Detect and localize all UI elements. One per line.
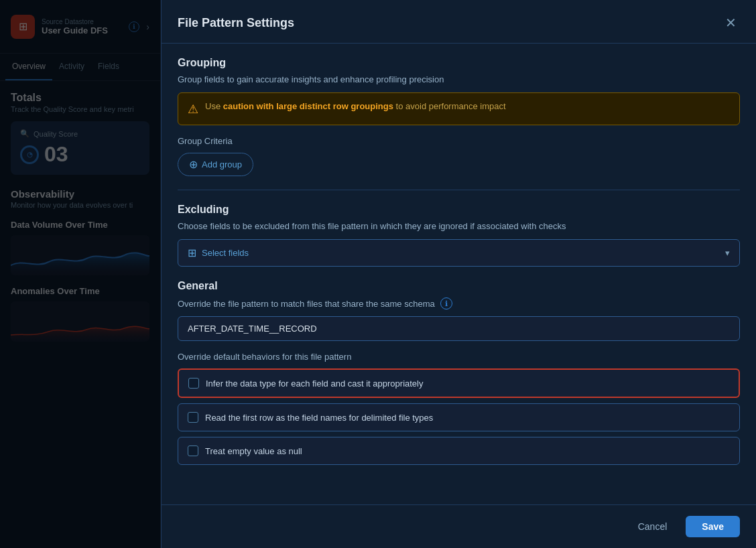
select-fields-dropdown[interactable]: ⊞ Select fields ▾ xyxy=(178,239,740,267)
group-criteria-label: Group Criteria xyxy=(178,136,740,146)
modal-footer: Cancel Save xyxy=(162,504,756,548)
info-circle-icon[interactable]: ℹ xyxy=(440,297,452,310)
cancel-button[interactable]: Cancel xyxy=(627,516,678,537)
add-group-label: Add group xyxy=(202,159,242,169)
grouping-section: Grouping Group fields to gain accurate i… xyxy=(178,57,740,176)
first-row-fieldnames-checkbox-item[interactable]: Read the first row as the field names fo… xyxy=(178,403,740,431)
override-schema-label: Override the file pattern to match files… xyxy=(178,297,740,310)
excluding-section: Excluding Choose fields to be excluded f… xyxy=(178,204,740,267)
select-left: ⊞ Select fields xyxy=(188,247,249,259)
infer-datatype-label: Infer the data type for each field and c… xyxy=(206,379,423,389)
override-schema-text: Override the file pattern to match files… xyxy=(178,299,435,309)
empty-value-null-checkbox-item[interactable]: Treat empty value as null xyxy=(178,437,740,465)
modal-body: Grouping Group fields to gain accurate i… xyxy=(162,44,756,504)
divider-1 xyxy=(178,190,740,190)
general-title: General xyxy=(178,280,740,292)
modal-header: File Pattern Settings ✕ xyxy=(162,0,756,44)
warning-text: Use caution with large distinct row grou… xyxy=(205,101,506,111)
file-pattern-settings-modal: File Pattern Settings ✕ Grouping Group f… xyxy=(161,0,756,548)
excluding-title: Excluding xyxy=(178,204,740,216)
empty-value-null-label: Treat empty value as null xyxy=(205,446,302,456)
add-group-button[interactable]: ⊕ Add group xyxy=(178,153,253,176)
first-row-fieldnames-checkbox[interactable] xyxy=(188,412,198,423)
plus-circle-icon: ⊕ xyxy=(189,158,198,171)
grouping-title: Grouping xyxy=(178,57,740,69)
override-behaviors-label: Override default behaviors for this file… xyxy=(178,352,740,362)
infer-datatype-checkbox[interactable] xyxy=(188,378,199,389)
close-button[interactable]: ✕ xyxy=(721,13,740,32)
infer-datatype-checkbox-item[interactable]: Infer the data type for each field and c… xyxy=(178,368,740,398)
warning-box: ⚠ Use caution with large distinct row gr… xyxy=(178,92,740,125)
general-section: General Override the file pattern to mat… xyxy=(178,280,740,465)
excluding-description: Choose fields to be excluded from this f… xyxy=(178,221,740,231)
empty-value-null-checkbox[interactable] xyxy=(188,446,198,456)
modal-title: File Pattern Settings xyxy=(178,16,294,30)
warning-icon: ⚠ xyxy=(188,102,198,117)
first-row-fieldnames-label: Read the first row as the field names fo… xyxy=(205,413,433,423)
chevron-down-icon: ▾ xyxy=(725,248,730,258)
grouping-description: Group fields to gain accurate insights a… xyxy=(178,74,740,84)
select-placeholder: Select fields xyxy=(202,248,249,258)
save-button[interactable]: Save xyxy=(686,516,740,537)
columns-icon: ⊞ xyxy=(188,247,196,259)
pattern-input[interactable] xyxy=(178,316,740,341)
